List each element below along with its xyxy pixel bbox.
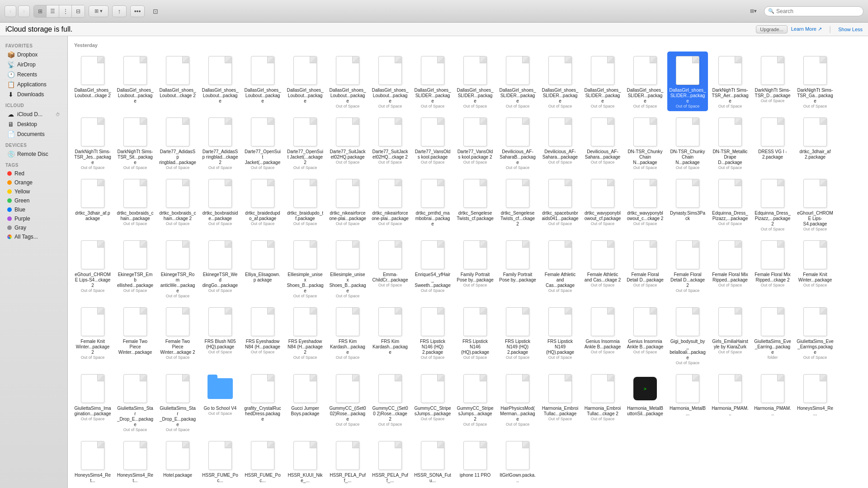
file-item[interactable]: FRS Blush N05 (HQ).packageOut of Space — [200, 303, 241, 368]
file-item[interactable]: HSSR_KUUI_Nike_... — [285, 436, 326, 486]
file-item[interactable]: Darte77_VansOlds kool.packageOut of Spac… — [412, 113, 453, 173]
file-item[interactable]: HSSR_PELA_Puff_... — [370, 436, 410, 486]
file-item[interactable]: ItGirlGown.packa... — [497, 436, 538, 486]
file-item[interactable]: Girls_EmiliaHairst yle by KiaraZurkOut o… — [710, 303, 750, 368]
file-item[interactable]: Darte77_SuitJack et02HQ...ckage 2Out of … — [370, 113, 410, 173]
file-item[interactable]: Elliya_Elisagown.p ackage — [242, 236, 283, 301]
sidebar-item-airdrop[interactable]: 📡 AirDrop — [2, 60, 66, 70]
file-item[interactable]: HoneysSims4_Ret... — [115, 436, 156, 486]
file-item[interactable]: Elliesimple_unisex Shoes_B...packageOut … — [285, 236, 326, 301]
file-item[interactable]: DN-TSR_Chunky Chain N...packageOut of Sp… — [625, 113, 665, 173]
sidebar-item-recents[interactable]: 🕐 Recents — [2, 70, 66, 80]
file-item[interactable]: DallasGirl_shoes_SLIDER...packageOut of … — [667, 52, 708, 111]
file-item[interactable]: Female Two Piece Winter...ackage 2Out of… — [157, 303, 198, 368]
file-item[interactable]: DallasGirl_shoes_Loubout...packageOut of… — [370, 52, 410, 111]
file-item[interactable]: drtkc_spacebunbr aids041...packageOut of… — [540, 174, 580, 234]
file-item[interactable]: FRS Lipstick N149 (HQ) 2.packageOut of S… — [497, 303, 538, 368]
file-item[interactable]: DallasGirl_shoes_Loubout...ckage 2 — [157, 52, 198, 111]
file-item[interactable]: Female Athletic and Cas...ckage 2Out of … — [582, 236, 623, 301]
file-item[interactable]: drtkc_braidedupd o_af.packageOut of Spac… — [242, 174, 283, 234]
file-item[interactable]: drtkc_nikeairforce one-plai...packageOut… — [370, 174, 410, 234]
sidebar-item-desktop[interactable]: 🖥 Desktop — [2, 119, 66, 129]
file-item[interactable]: DallasGirl_shoes_Loubout...ckage 2 — [72, 52, 113, 111]
file-item[interactable]: Female Knit Winter...packageOut of Space — [795, 236, 835, 301]
file-item[interactable]: Gigi_bodysult_by_ belalloali...packageOu… — [667, 303, 708, 368]
file-item[interactable]: Female Floral Mix Ripped...packageOut of… — [710, 236, 750, 301]
file-item[interactable]: EkinegeTSR_Emb ellished...packageOut of … — [115, 236, 156, 301]
file-item[interactable]: grafity_CrystalRuc hedDress.package — [242, 370, 283, 435]
file-item[interactable]: DallasGirl_shoes_Loubout...package — [285, 52, 326, 111]
file-item[interactable]: Female Floral Detail D...ackage 2Out of … — [667, 236, 708, 301]
file-item[interactable]: Dynasty.Sims3Pa ck — [667, 174, 708, 234]
file-item[interactable]: Devilicious_AF-SaharaB...packageOut of S… — [497, 113, 538, 173]
file-item[interactable]: Family Portrait Pose by...package — [497, 236, 538, 301]
file-item[interactable]: Genius Insomnia Ankle B...packageOut of … — [582, 303, 623, 368]
show-less-link[interactable]: Show Less — [838, 27, 863, 32]
sidebar-item-green[interactable]: Green — [2, 196, 66, 205]
file-item[interactable]: GiuliettaSims_Star _Drop_E...packageOut … — [157, 370, 198, 435]
search-box[interactable]: 🔍 — [764, 6, 863, 16]
file-item[interactable]: HSSR_FUME_Poc... — [242, 436, 283, 486]
file-item[interactable]: Elliesimple_unisex Shoes_B...packageOut … — [327, 236, 368, 301]
grid-view-button[interactable]: ⊞ — [34, 5, 47, 17]
file-item[interactable]: DallasGirl_shoes_Loubout...package — [200, 52, 241, 111]
file-item[interactable]: Go to School V4Out of Space — [200, 370, 241, 435]
file-item[interactable]: GiuliettaSims_Ima gination...packageOut … — [72, 370, 113, 435]
file-item[interactable]: Devilicious_AF-Sahara...packageOut of Sp… — [540, 113, 580, 173]
cover-view-button[interactable]: ⊟ — [72, 5, 85, 17]
file-item[interactable]: Female Floral Mix Ripped...ckage 2Out of… — [752, 236, 793, 301]
file-item[interactable]: GummyCC_Stripe sJumps...ackage 2Out of S… — [455, 370, 495, 435]
file-item[interactable]: DarkNighTt Sims-TSR_Ga...packageOut of S… — [795, 52, 835, 111]
file-item[interactable]: DarkNighTt Sims-TSR_Sit...packageOut of … — [115, 113, 156, 173]
file-item[interactable]: FRS Eyeshadow N84 (H...packageOut of Spa… — [242, 303, 283, 368]
file-item[interactable]: EkinegeTSR_Wed dingGo...packageOut of Sp… — [200, 236, 241, 301]
search-input[interactable] — [776, 8, 859, 14]
back-button[interactable]: ‹ — [5, 5, 16, 17]
file-item[interactable]: DallasGirl_shoes_SLIDER...packageOut of … — [455, 52, 495, 111]
sidebar-item-blue[interactable]: Blue — [2, 205, 66, 214]
column-view-button[interactable]: ⋮ — [59, 5, 72, 17]
file-item[interactable]: drtkc_3dhair_af 2.package — [795, 113, 835, 173]
file-item[interactable]: DallasGirl_shoes_Loubout...packageOut of… — [327, 52, 368, 111]
file-item[interactable]: Darte77_AdidasSp ringblad...packageOut o… — [157, 113, 198, 173]
file-item[interactable]: Edquinna_Dress_ Pizazz,...package 2Out o… — [752, 174, 793, 234]
sidebar-item-gray[interactable]: Gray — [2, 223, 66, 232]
file-item[interactable]: Harmonia_MetalB... — [667, 370, 708, 435]
file-item[interactable]: Family Portrait Pose by...packageOut of … — [455, 236, 495, 301]
file-item[interactable]: Darte77_VansOlds kool.package 2Out of Sp… — [455, 113, 495, 173]
forward-button[interactable]: › — [18, 5, 30, 17]
file-item[interactable]: drtkc_wavyponybl owout_c...ckage 2Out of… — [625, 174, 665, 234]
arrange-button[interactable]: ⊞ ▾ — [89, 5, 108, 17]
action-button[interactable]: ••• — [130, 5, 145, 17]
file-item[interactable]: DallasGirl_shoes_Loubout...package — [115, 52, 156, 111]
learn-more-link[interactable]: Learn More ↗ — [791, 26, 822, 32]
file-item[interactable]: Female Athletic and Cas...packageOut of … — [540, 236, 580, 301]
file-item[interactable]: GiuliettaSims_Eve _Earring...packagefold… — [752, 303, 793, 368]
file-item[interactable]: Darte77_AdidasSp ringblad...ckage 2Out o… — [200, 113, 241, 173]
file-item[interactable]: GummyCC_Stripe sJumps...packageOut of Sp… — [412, 370, 453, 435]
file-item[interactable]: FRS Kim Kardash...packageOut of Space — [327, 303, 368, 368]
file-item[interactable]: Darte77_OpenSuit Jacket(...packageOut of… — [242, 113, 283, 173]
file-item[interactable]: drtkc_3dhair_af.p ackage — [72, 174, 113, 234]
file-item[interactable]: eGhourI_CHROME Lips-S4...ckage 2Out of S… — [72, 236, 113, 301]
sidebar-item-applications[interactable]: 📋 Applications — [2, 80, 66, 89]
file-item[interactable]: FRS Eyeshadow N84 (H...package 2Out of S… — [285, 303, 326, 368]
upgrade-button[interactable]: Upgrade... — [756, 25, 787, 33]
sidebar-item-yellow[interactable]: Yellow — [2, 187, 66, 196]
file-item[interactable]: Female Two Piece Winter...package — [115, 303, 156, 368]
file-item[interactable]: FRS Lipstick N149 (HQ).packageOut of Spa… — [540, 303, 580, 368]
file-item[interactable]: HSSR_FUME_Poc... — [200, 436, 241, 486]
file-item[interactable]: DN-TSR_Metallic Drape D...packageOut of … — [710, 113, 750, 173]
file-item[interactable]: GiuliettaSims_Eve _Earrings.packageOut o… — [795, 303, 835, 368]
file-item[interactable]: DallasGirl_shoes_Loubout...package — [242, 52, 283, 111]
file-item[interactable]: drtkc_prnthd_ma mbobrai...package — [412, 174, 453, 234]
file-item[interactable]: DRESS VG I - 2.package — [752, 113, 793, 173]
file-item[interactable]: GummyCC_(Set00 2)Rose...ckage 2Out of Sp… — [370, 370, 410, 435]
file-item[interactable]: Darte77_SuitJack et02HQ.packageOut of Sp… — [327, 113, 368, 173]
file-item[interactable]: drtkc_nikeairforce one-plai...packageOut… — [327, 174, 368, 234]
file-item[interactable]: DarkNighTt Sims-TSR_Aer...packageOut of … — [710, 52, 750, 111]
file-item[interactable]: GummyCC_(iSet0 02)Rose...packageOut of S… — [327, 370, 368, 435]
file-item[interactable]: drtkc_braidupdo_t f.packageOut of Space — [285, 174, 326, 234]
file-item[interactable]: FRS Lipstick N146 (HQ) 2.packageOut of S… — [412, 303, 453, 368]
file-item[interactable]: drtkc_wavyponybI owout_cf.packageOut of … — [582, 174, 623, 234]
